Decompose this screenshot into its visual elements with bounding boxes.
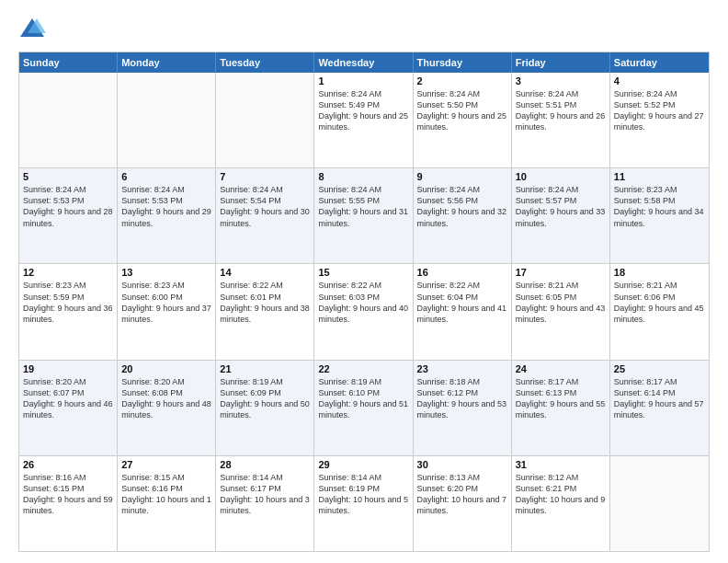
- day-info: Sunrise: 8:24 AM Sunset: 5:55 PM Dayligh…: [318, 184, 408, 229]
- day-cell-18: 18Sunrise: 8:21 AM Sunset: 6:06 PM Dayli…: [610, 264, 709, 359]
- day-cell-16: 16Sunrise: 8:22 AM Sunset: 6:04 PM Dayli…: [414, 264, 512, 359]
- calendar-header: SundayMondayTuesdayWednesdayThursdayFrid…: [19, 52, 709, 73]
- day-number: 7: [220, 171, 310, 182]
- day-info: Sunrise: 8:24 AM Sunset: 5:51 PM Dayligh…: [516, 88, 606, 133]
- day-info: Sunrise: 8:22 AM Sunset: 6:01 PM Dayligh…: [220, 280, 310, 325]
- day-cell-4: 4Sunrise: 8:24 AM Sunset: 5:52 PM Daylig…: [610, 73, 709, 167]
- day-number: 29: [318, 459, 408, 470]
- day-number: 16: [417, 267, 507, 278]
- day-info: Sunrise: 8:24 AM Sunset: 5:53 PM Dayligh…: [23, 184, 113, 229]
- day-info: Sunrise: 8:24 AM Sunset: 5:52 PM Dayligh…: [614, 88, 705, 133]
- day-info: Sunrise: 8:19 AM Sunset: 6:10 PM Dayligh…: [318, 376, 408, 421]
- day-cell-3: 3Sunrise: 8:24 AM Sunset: 5:51 PM Daylig…: [512, 73, 610, 167]
- day-number: 9: [417, 171, 507, 182]
- day-number: 17: [516, 267, 606, 278]
- day-number: 1: [318, 75, 408, 86]
- day-cell-7: 7Sunrise: 8:24 AM Sunset: 5:54 PM Daylig…: [216, 168, 314, 263]
- day-cell-27: 27Sunrise: 8:15 AM Sunset: 6:16 PM Dayli…: [118, 456, 216, 551]
- day-number: 28: [220, 459, 310, 470]
- day-number: 15: [318, 267, 408, 278]
- day-info: Sunrise: 8:22 AM Sunset: 6:04 PM Dayligh…: [417, 280, 507, 325]
- day-info: Sunrise: 8:24 AM Sunset: 5:54 PM Dayligh…: [220, 184, 310, 229]
- day-cell-8: 8Sunrise: 8:24 AM Sunset: 5:55 PM Daylig…: [314, 168, 413, 263]
- day-cell-20: 20Sunrise: 8:20 AM Sunset: 6:08 PM Dayli…: [118, 361, 216, 455]
- day-info: Sunrise: 8:16 AM Sunset: 6:15 PM Dayligh…: [23, 472, 113, 517]
- day-number: 20: [121, 363, 211, 374]
- day-header-sunday: Sunday: [19, 52, 118, 73]
- day-cell-11: 11Sunrise: 8:23 AM Sunset: 5:58 PM Dayli…: [610, 168, 709, 263]
- day-number: 4: [614, 75, 705, 86]
- day-info: Sunrise: 8:13 AM Sunset: 6:20 PM Dayligh…: [417, 472, 507, 517]
- day-number: 27: [121, 459, 211, 470]
- day-info: Sunrise: 8:15 AM Sunset: 6:16 PM Dayligh…: [121, 472, 211, 517]
- day-cell-21: 21Sunrise: 8:19 AM Sunset: 6:09 PM Dayli…: [216, 361, 314, 455]
- calendar-week-5: 26Sunrise: 8:16 AM Sunset: 6:15 PM Dayli…: [19, 455, 709, 551]
- day-info: Sunrise: 8:22 AM Sunset: 6:03 PM Dayligh…: [318, 280, 408, 325]
- day-cell-19: 19Sunrise: 8:20 AM Sunset: 6:07 PM Dayli…: [19, 361, 118, 455]
- day-info: Sunrise: 8:14 AM Sunset: 6:17 PM Dayligh…: [220, 472, 310, 517]
- day-header-wednesday: Wednesday: [314, 52, 413, 73]
- day-number: 26: [23, 459, 113, 470]
- day-cell-28: 28Sunrise: 8:14 AM Sunset: 6:17 PM Dayli…: [216, 456, 314, 551]
- day-cell-26: 26Sunrise: 8:16 AM Sunset: 6:15 PM Dayli…: [19, 456, 118, 551]
- day-number: 5: [23, 171, 113, 182]
- day-cell-9: 9Sunrise: 8:24 AM Sunset: 5:56 PM Daylig…: [414, 168, 512, 263]
- day-info: Sunrise: 8:17 AM Sunset: 6:13 PM Dayligh…: [516, 376, 606, 421]
- calendar-week-2: 5Sunrise: 8:24 AM Sunset: 5:53 PM Daylig…: [19, 167, 709, 263]
- day-info: Sunrise: 8:17 AM Sunset: 6:14 PM Dayligh…: [614, 376, 705, 421]
- day-number: 21: [220, 363, 310, 374]
- day-number: 13: [121, 267, 211, 278]
- day-info: Sunrise: 8:20 AM Sunset: 6:07 PM Dayligh…: [23, 376, 113, 421]
- day-number: 14: [220, 267, 310, 278]
- day-number: 12: [23, 267, 113, 278]
- day-cell-empty-0-0: [19, 73, 118, 167]
- calendar: SundayMondayTuesdayWednesdayThursdayFrid…: [18, 52, 710, 552]
- day-cell-17: 17Sunrise: 8:21 AM Sunset: 6:05 PM Dayli…: [512, 264, 610, 359]
- day-cell-15: 15Sunrise: 8:22 AM Sunset: 6:03 PM Dayli…: [314, 264, 413, 359]
- day-number: 2: [417, 75, 507, 86]
- day-cell-10: 10Sunrise: 8:24 AM Sunset: 5:57 PM Dayli…: [512, 168, 610, 263]
- day-header-saturday: Saturday: [610, 52, 709, 73]
- day-info: Sunrise: 8:18 AM Sunset: 6:12 PM Dayligh…: [417, 376, 507, 421]
- day-cell-29: 29Sunrise: 8:14 AM Sunset: 6:19 PM Dayli…: [314, 456, 413, 551]
- day-number: 31: [516, 459, 606, 470]
- day-info: Sunrise: 8:21 AM Sunset: 6:06 PM Dayligh…: [614, 280, 705, 325]
- day-number: 11: [614, 171, 705, 182]
- day-info: Sunrise: 8:12 AM Sunset: 6:21 PM Dayligh…: [516, 472, 606, 517]
- day-cell-6: 6Sunrise: 8:24 AM Sunset: 5:53 PM Daylig…: [118, 168, 216, 263]
- day-cell-5: 5Sunrise: 8:24 AM Sunset: 5:53 PM Daylig…: [19, 168, 118, 263]
- day-cell-25: 25Sunrise: 8:17 AM Sunset: 6:14 PM Dayli…: [610, 361, 709, 455]
- day-number: 18: [614, 267, 705, 278]
- day-number: 8: [318, 171, 408, 182]
- day-info: Sunrise: 8:20 AM Sunset: 6:08 PM Dayligh…: [121, 376, 211, 421]
- day-number: 24: [516, 363, 606, 374]
- calendar-week-3: 12Sunrise: 8:23 AM Sunset: 5:59 PM Dayli…: [19, 263, 709, 359]
- day-cell-2: 2Sunrise: 8:24 AM Sunset: 5:50 PM Daylig…: [414, 73, 512, 167]
- day-cell-22: 22Sunrise: 8:19 AM Sunset: 6:10 PM Dayli…: [314, 361, 413, 455]
- day-info: Sunrise: 8:23 AM Sunset: 5:58 PM Dayligh…: [614, 184, 705, 229]
- calendar-week-1: 1Sunrise: 8:24 AM Sunset: 5:49 PM Daylig…: [19, 73, 709, 167]
- day-number: 25: [614, 363, 705, 374]
- day-cell-empty-0-2: [216, 73, 314, 167]
- day-header-monday: Monday: [118, 52, 216, 73]
- day-info: Sunrise: 8:19 AM Sunset: 6:09 PM Dayligh…: [220, 376, 310, 421]
- day-info: Sunrise: 8:24 AM Sunset: 5:53 PM Dayligh…: [121, 184, 211, 229]
- day-info: Sunrise: 8:24 AM Sunset: 5:56 PM Dayligh…: [417, 184, 507, 229]
- day-cell-31: 31Sunrise: 8:12 AM Sunset: 6:21 PM Dayli…: [512, 456, 610, 551]
- day-info: Sunrise: 8:14 AM Sunset: 6:19 PM Dayligh…: [318, 472, 408, 517]
- day-info: Sunrise: 8:23 AM Sunset: 5:59 PM Dayligh…: [23, 280, 113, 325]
- day-header-tuesday: Tuesday: [216, 52, 314, 73]
- day-number: 22: [318, 363, 408, 374]
- day-info: Sunrise: 8:24 AM Sunset: 5:57 PM Dayligh…: [516, 184, 606, 229]
- day-cell-13: 13Sunrise: 8:23 AM Sunset: 6:00 PM Dayli…: [118, 264, 216, 359]
- day-number: 23: [417, 363, 507, 374]
- day-cell-12: 12Sunrise: 8:23 AM Sunset: 5:59 PM Dayli…: [19, 264, 118, 359]
- day-cell-empty-0-1: [118, 73, 216, 167]
- day-info: Sunrise: 8:24 AM Sunset: 5:50 PM Dayligh…: [417, 88, 507, 133]
- day-number: 30: [417, 459, 507, 470]
- day-number: 10: [516, 171, 606, 182]
- day-info: Sunrise: 8:23 AM Sunset: 6:00 PM Dayligh…: [121, 280, 211, 325]
- day-number: 3: [516, 75, 606, 86]
- day-cell-14: 14Sunrise: 8:22 AM Sunset: 6:01 PM Dayli…: [216, 264, 314, 359]
- day-cell-1: 1Sunrise: 8:24 AM Sunset: 5:49 PM Daylig…: [314, 73, 413, 167]
